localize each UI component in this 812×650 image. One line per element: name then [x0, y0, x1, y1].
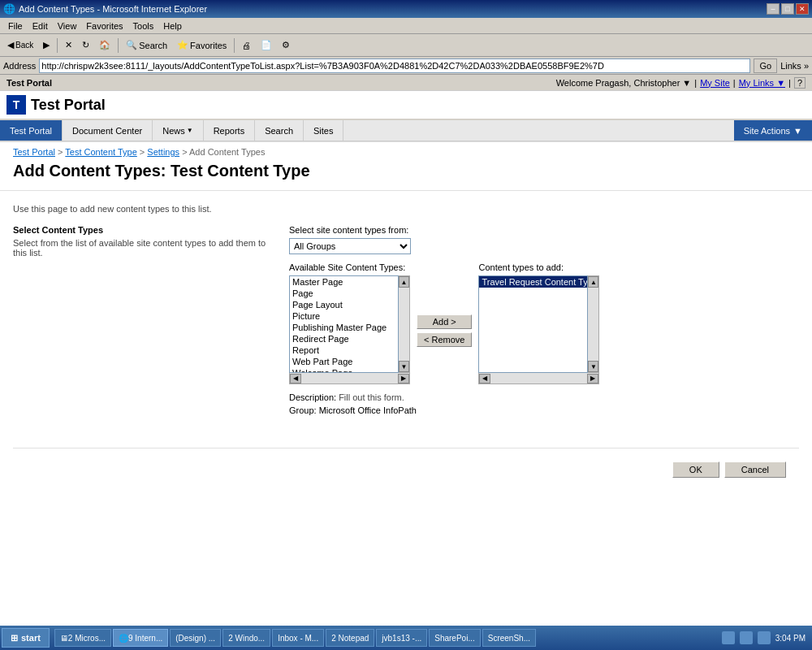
breadcrumb-settings[interactable]: Settings — [147, 147, 179, 157]
favorites-button[interactable]: ⭐ Favorites — [173, 37, 231, 54]
scroll-left-btn[interactable]: ◀ — [290, 374, 301, 384]
taskbar-item-2[interactable]: 🌐 9 Intern... — [113, 629, 168, 647]
tab-reports-label: Reports — [214, 126, 245, 136]
scroll-left-btn-2[interactable]: ◀ — [479, 374, 490, 384]
home-icon: 🏠 — [99, 40, 110, 50]
news-dropdown-icon: ▼ — [187, 127, 193, 134]
links-label[interactable]: Links » — [780, 61, 809, 71]
stop-icon: ✕ — [65, 40, 72, 50]
minimize-button[interactable]: – — [767, 3, 780, 15]
scroll-right-btn[interactable]: ▶ — [398, 374, 409, 384]
menu-file[interactable]: File — [3, 20, 28, 32]
tab-reports[interactable]: Reports — [204, 120, 256, 141]
maximize-button[interactable]: □ — [781, 3, 794, 15]
scroll-up-btn-2[interactable]: ▲ — [588, 276, 598, 288]
taskbar-item-3-label: (Design) ... — [175, 634, 215, 643]
tray-icon-1 — [722, 631, 735, 644]
scroll-up-btn[interactable]: ▲ — [399, 276, 409, 288]
list-item-web-part[interactable]: Web Part Page — [290, 356, 398, 367]
list-item-travel-request[interactable]: Travel Request Content Type — [479, 276, 587, 288]
tab-document-center[interactable]: Document Center — [63, 120, 153, 141]
menu-edit[interactable]: Edit — [28, 20, 53, 32]
taskbar-item-9[interactable]: ScreenSh... — [482, 629, 536, 647]
back-button[interactable]: ◀ Back — [3, 37, 37, 54]
available-hscrollbar[interactable]: ◀ ▶ — [289, 373, 410, 384]
scroll-down-btn[interactable]: ▼ — [399, 361, 409, 372]
list-item-publishing-master[interactable]: Publishing Master Page — [290, 322, 398, 333]
add-list-hscrollbar[interactable]: ◀ ▶ — [478, 373, 599, 384]
page-button[interactable]: 📄 — [257, 37, 276, 54]
window-icon: 🌐 — [3, 3, 15, 15]
list-item-page[interactable]: Page — [290, 288, 398, 299]
search-button[interactable]: 🔍 Search — [122, 37, 171, 54]
list-item-report[interactable]: Report — [290, 344, 398, 356]
group-select[interactable]: All Groups Base Content Types Business I… — [289, 238, 411, 254]
window-controls[interactable]: – □ ✕ — [767, 3, 809, 15]
taskbar-item-1-label: 2 Micros... — [68, 634, 106, 643]
taskbar-time: 3:04 PM — [775, 634, 806, 643]
menu-tools[interactable]: Tools — [128, 20, 159, 32]
list-item-welcome[interactable]: Welcome Page — [290, 367, 398, 373]
refresh-button[interactable]: ↻ — [78, 37, 93, 54]
site-actions-button[interactable]: Site Actions ▼ — [734, 120, 812, 141]
address-input[interactable] — [39, 58, 750, 73]
scroll-right-btn-2[interactable]: ▶ — [587, 374, 598, 384]
toolbar-separator-3 — [234, 38, 235, 53]
remove-button[interactable]: < Remove — [417, 332, 472, 347]
print-button[interactable]: 🖨 — [238, 37, 255, 54]
tab-news[interactable]: News ▼ — [153, 120, 203, 141]
group-label: Group: — [289, 405, 317, 415]
taskbar-item-2-label: 9 Intern... — [128, 634, 162, 643]
taskbar-item-8[interactable]: SharePoi... — [429, 629, 480, 647]
my-site-link[interactable]: My Site — [700, 78, 730, 88]
scroll-down-btn-2[interactable]: ▼ — [588, 361, 598, 372]
tools-tb-button[interactable]: ⚙ — [278, 37, 294, 54]
taskbar-item-1[interactable]: 🖥 2 Micros... — [54, 629, 111, 647]
toolbar-separator-1 — [57, 38, 58, 53]
menu-view[interactable]: View — [53, 20, 82, 32]
forward-button[interactable]: ▶ — [39, 37, 54, 54]
sp-header: T Test Portal — [0, 91, 812, 120]
taskbar-item-6[interactable]: 2 Notepad — [326, 629, 374, 647]
available-site-content-types-list[interactable]: Master Page Page Page Layout Picture Pub… — [289, 275, 399, 373]
menu-help[interactable]: Help — [158, 20, 187, 32]
add-button[interactable]: Add > — [417, 314, 472, 329]
taskbar-item-9-label: ScreenSh... — [488, 634, 530, 643]
stop-button[interactable]: ✕ — [61, 37, 76, 54]
main-area: Test Portal > Test Content Type > Settin… — [0, 141, 812, 634]
taskbar-item-4[interactable]: 2 Windo... — [222, 629, 270, 647]
breadcrumb-test-portal[interactable]: Test Portal — [13, 147, 55, 157]
ok-button[interactable]: OK — [672, 462, 719, 478]
menu-favorites[interactable]: Favorites — [81, 20, 127, 32]
add-list-scrollbar[interactable]: ▲ ▼ — [588, 275, 599, 373]
taskbar-item-5[interactable]: Inbox - M... — [272, 629, 324, 647]
right-panel: Select site content types from: All Grou… — [289, 225, 799, 415]
available-scrollbar[interactable]: ▲ ▼ — [399, 275, 410, 373]
home-button[interactable]: 🏠 — [95, 37, 114, 54]
tab-search[interactable]: Search — [255, 120, 304, 141]
available-list-container: Available Site Content Types: Master Pag… — [289, 262, 410, 384]
list-item-page-layout[interactable]: Page Layout — [290, 299, 398, 310]
list-item-master-page[interactable]: Master Page — [290, 276, 398, 288]
breadcrumb-test-content-type[interactable]: Test Content Type — [65, 147, 136, 157]
start-button[interactable]: ⊞ start — [2, 628, 50, 648]
instruction-text: Use this page to add new content types t… — [13, 204, 799, 214]
taskbar-item-7[interactable]: jvb1s13 -... — [376, 629, 427, 647]
close-button[interactable]: ✕ — [796, 3, 809, 15]
taskbar-item-3[interactable]: (Design) ... — [170, 629, 221, 647]
tab-test-portal[interactable]: Test Portal — [0, 120, 63, 141]
welcome-text[interactable]: Welcome Pragash, Christopher ▼ — [556, 78, 692, 88]
content-types-to-add-list[interactable]: Travel Request Content Type — [478, 275, 588, 373]
form-actions: OK Cancel — [13, 448, 799, 491]
breadcrumb-current: Add Content Types — [189, 147, 265, 157]
search-icon: 🔍 — [126, 40, 137, 50]
my-links-link[interactable]: My Links ▼ — [739, 78, 785, 88]
list-item-redirect[interactable]: Redirect Page — [290, 333, 398, 344]
cancel-button[interactable]: Cancel — [724, 462, 786, 478]
tab-sites[interactable]: Sites — [304, 120, 343, 141]
list-item-picture[interactable]: Picture — [290, 310, 398, 322]
sp-site-title: Test Portal — [31, 97, 106, 114]
breadcrumb: Test Portal > Test Content Type > Settin… — [0, 142, 812, 158]
help-icon[interactable]: ? — [794, 77, 806, 89]
go-button[interactable]: Go — [754, 58, 777, 73]
